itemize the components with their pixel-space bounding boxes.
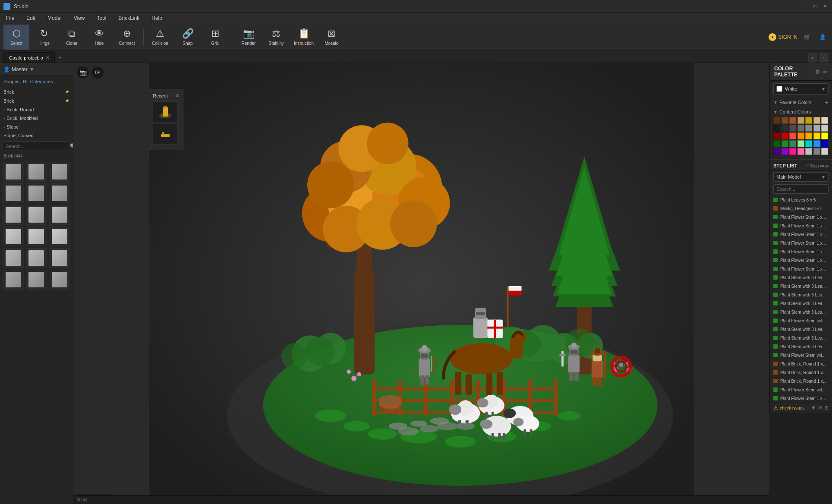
model-dropdown[interactable]: Main Model ▼ xyxy=(773,172,829,182)
color-cell[interactable] xyxy=(805,117,812,124)
tool-select[interactable]: ⬡ Select xyxy=(3,25,29,50)
menu-file[interactable]: File xyxy=(3,14,17,22)
color-cell[interactable] xyxy=(773,148,780,155)
color-cell[interactable] xyxy=(797,148,804,155)
tool-hide[interactable]: 👁 Hide xyxy=(86,25,112,50)
step-item[interactable]: Plant Flower Stem 1 x... xyxy=(770,394,832,403)
color-cell[interactable] xyxy=(813,132,820,139)
step-search-input[interactable] xyxy=(776,186,832,192)
color-cell[interactable] xyxy=(789,132,796,139)
brick-item[interactable] xyxy=(49,248,70,268)
brick-item[interactable] xyxy=(49,183,70,203)
star-icon-1[interactable]: ★ xyxy=(65,89,69,94)
new-tab-button[interactable]: + xyxy=(55,52,65,63)
category-brick-2[interactable]: Brick ★ xyxy=(0,96,73,105)
favorite-colors-section[interactable]: ▼ Favorite Colors + xyxy=(770,97,832,107)
color-cell[interactable] xyxy=(782,132,788,139)
color-cell[interactable] xyxy=(789,148,796,155)
color-cell[interactable] xyxy=(782,140,788,147)
brick-item[interactable] xyxy=(3,227,24,246)
color-cell[interactable] xyxy=(813,125,820,132)
step-item[interactable]: Plant Brick, Round 1 x... xyxy=(770,368,832,377)
close-button[interactable]: ✕ xyxy=(822,3,829,10)
nav-back-button[interactable]: ‹ xyxy=(808,53,817,63)
step-item[interactable]: Minifig, Headgear Ho... xyxy=(770,204,832,213)
menu-model[interactable]: Model xyxy=(45,14,64,22)
brick-item[interactable] xyxy=(49,205,70,225)
viewport[interactable]: Recent ✕ 📷 ⟳ xyxy=(73,63,769,504)
footer-action-3[interactable]: ⊞ xyxy=(824,405,829,411)
brick-item[interactable] xyxy=(3,162,24,182)
edit-button[interactable]: ✏ xyxy=(823,69,828,75)
brick-item[interactable] xyxy=(49,162,70,182)
step-item[interactable]: Plant Flower Stem 1 x... xyxy=(770,256,832,265)
step-view-button[interactable]: □ Step view xyxy=(807,164,829,168)
brick-item[interactable] xyxy=(3,183,24,203)
step-item[interactable]: Plant Flower Stem 1 x... xyxy=(770,213,832,221)
color-cell[interactable] xyxy=(821,140,828,147)
color-cell[interactable] xyxy=(797,140,804,147)
brick-item[interactable] xyxy=(26,162,47,182)
step-item[interactable]: Plant Flower Stem 1 x... xyxy=(770,221,832,230)
step-item[interactable]: Plant Flower Stem wit... xyxy=(770,351,832,359)
color-cell[interactable] xyxy=(821,148,828,155)
step-item[interactable]: Plant Flower Stem 1 x... xyxy=(770,247,832,256)
brick-item[interactable] xyxy=(26,205,47,225)
tool-clone[interactable]: ⧉ Clone xyxy=(59,25,85,50)
star-icon-2[interactable]: ★ xyxy=(65,98,69,104)
category-brick-modified[interactable]: › Brick, Modified xyxy=(0,114,73,123)
brick-item[interactable] xyxy=(3,248,24,268)
step-item[interactable]: Plant Stem with 3 Lea... xyxy=(770,342,832,351)
shapes-tab[interactable]: Shapes xyxy=(3,79,19,84)
color-selector[interactable]: White ▼ xyxy=(773,83,829,94)
category-slope-curved[interactable]: Slope, Curved xyxy=(0,131,73,140)
tab-close-button[interactable]: ✕ xyxy=(46,55,49,60)
color-cell[interactable] xyxy=(805,140,812,147)
category-brick-round[interactable]: › Brick, Round xyxy=(0,105,73,114)
menu-bricklink[interactable]: BrickLink xyxy=(116,14,142,22)
brick-item[interactable] xyxy=(26,248,47,268)
color-cell[interactable] xyxy=(773,140,780,147)
recent-item-2[interactable] xyxy=(153,124,178,145)
menu-view[interactable]: View xyxy=(71,14,88,22)
master-dropdown[interactable]: 👤 Master ▼ xyxy=(0,63,73,76)
color-cell[interactable] xyxy=(782,125,788,132)
add-color-button[interactable]: + xyxy=(825,99,829,106)
brick-item[interactable] xyxy=(26,227,47,246)
recent-close-button[interactable]: ✕ xyxy=(175,93,180,99)
bl-categories-tab[interactable]: BL Categories xyxy=(23,79,53,84)
tool-snap[interactable]: 🔗 Snap xyxy=(175,25,201,50)
search-input[interactable] xyxy=(3,142,68,151)
tab-castle-project[interactable]: Castle project.io ✕ xyxy=(3,52,55,63)
tool-collision[interactable]: ⚠ Collision xyxy=(147,25,173,50)
minimize-button[interactable]: – xyxy=(801,3,808,10)
step-item[interactable]: Plant Stem with 3 Lea... xyxy=(770,334,832,342)
step-item[interactable]: Plant Leaves 6 x 5 xyxy=(770,195,832,204)
category-slope[interactable]: › Slope xyxy=(0,123,73,131)
color-cell[interactable] xyxy=(773,117,780,124)
cart-icon[interactable]: 🛒 xyxy=(801,31,813,43)
menu-tool[interactable]: Tool xyxy=(95,14,109,22)
step-item[interactable]: Plant Stem with 3 Lea... xyxy=(770,325,832,334)
step-item[interactable]: Plant Flower Stem 1 x... xyxy=(770,239,832,247)
category-brick-1[interactable]: Brick ★ xyxy=(0,87,73,96)
brick-item[interactable] xyxy=(26,183,47,203)
color-cell[interactable] xyxy=(805,148,812,155)
tool-connect[interactable]: ⊕ Connect xyxy=(114,25,140,50)
recent-item-1[interactable] xyxy=(153,101,178,122)
menu-help[interactable]: Help xyxy=(149,14,165,22)
footer-action-1[interactable]: ▼ xyxy=(811,405,816,411)
sign-in-button[interactable]: ● SIGN IN xyxy=(769,33,797,41)
tool-render[interactable]: 📷 Render xyxy=(236,25,262,50)
color-cell[interactable] xyxy=(789,140,796,147)
color-cell[interactable] xyxy=(797,132,804,139)
tool-stability[interactable]: ⚖ Stability xyxy=(263,25,289,50)
color-cell[interactable] xyxy=(821,125,828,132)
menu-edit[interactable]: Edit xyxy=(24,14,38,22)
footer-action-2[interactable]: ⚙ xyxy=(818,405,823,411)
color-cell[interactable] xyxy=(821,117,828,124)
color-cell[interactable] xyxy=(782,117,788,124)
brick-item[interactable] xyxy=(49,227,70,246)
color-cell[interactable] xyxy=(821,132,828,139)
color-cell[interactable] xyxy=(805,125,812,132)
